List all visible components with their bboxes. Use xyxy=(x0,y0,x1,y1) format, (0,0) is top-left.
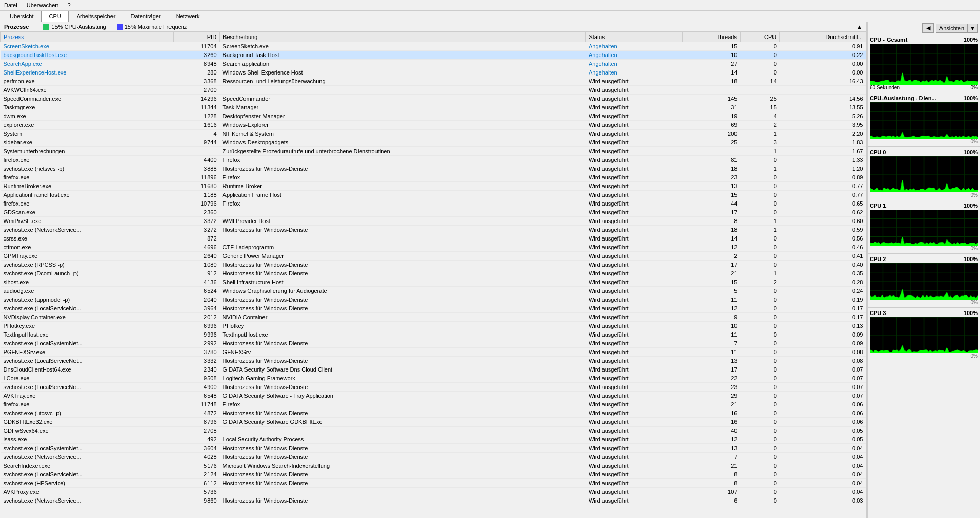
cpu0-percent: 100% xyxy=(964,149,978,155)
table-row[interactable]: SearchApp.exe 8948 Search application An… xyxy=(1,60,866,68)
table-row[interactable]: svchost.exe (appmodel -p) 2040 Hostproze… xyxy=(1,295,866,304)
tab-arbeitsspeicher[interactable]: Arbeitsspeicher xyxy=(69,11,123,22)
table-row[interactable]: AVKProxy.exe 5736 Wird ausgeführt 107 0 … xyxy=(1,488,866,496)
process-avg: 0.09 xyxy=(780,339,866,348)
table-row[interactable]: sihost.exe 4136 Shell Infrastructure Hos… xyxy=(1,278,866,287)
table-row[interactable]: NVDisplay.Container.exe 2012 NVIDIA Cont… xyxy=(1,313,866,322)
cpu0-section: CPU 0 100% 0% xyxy=(868,147,980,200)
table-row[interactable]: svchost.exe (LocalServiceNo... 3964 Host… xyxy=(1,304,866,313)
table-row[interactable]: Systemunterbrechungen - Zurückgestellte … xyxy=(1,147,866,156)
legend-bar: Prozesse 15% CPU-Auslastung 15% Maximale… xyxy=(0,22,866,32)
table-row[interactable]: ShellExperienceHost.exe 280 Windows Shel… xyxy=(1,68,866,77)
table-row[interactable]: ApplicationFrameHost.exe 1188 Applicatio… xyxy=(1,191,866,199)
table-row[interactable]: svchost.exe (NetworkService... 3272 Host… xyxy=(1,226,866,234)
process-status: Wird ausgeführt xyxy=(586,95,683,103)
table-row[interactable]: sidebar.exe 9744 Windows-Desktopgadgets … xyxy=(1,138,866,147)
process-desc: Hostprozess für Windows-Dienste xyxy=(220,479,586,488)
table-row[interactable]: svchost.exe (HPService) 6112 Hostprozess… xyxy=(1,479,866,488)
process-status: Wird ausgeführt xyxy=(586,112,683,121)
process-desc: Firefox xyxy=(220,156,586,164)
table-row[interactable]: audiodg.exe 6524 Windows Graphisolierung… xyxy=(1,287,866,295)
process-cpu: 14 xyxy=(740,77,779,86)
table-row[interactable]: svchost.exe (RPCSS -p) 1080 Hostprozess … xyxy=(1,261,866,269)
table-row[interactable]: dwm.exe 1228 Desktopfenster-Manager Wird… xyxy=(1,112,866,121)
process-cpu: 0 xyxy=(740,453,779,461)
table-row[interactable]: RuntimeBroker.exe 11680 Runtime Broker W… xyxy=(1,182,866,191)
table-row[interactable]: firefox.exe 4400 Firefox Wird ausgeführt… xyxy=(1,156,866,164)
menu-help[interactable]: ? xyxy=(65,1,72,9)
ansichten-dropdown-arrow[interactable]: ▼ xyxy=(967,24,977,32)
process-name: svchost.exe (LocalServiceNo... xyxy=(1,304,174,313)
table-row[interactable]: PGFNEXSrv.exe 3780 GFNEXSrv Wird ausgefü… xyxy=(1,348,866,357)
process-avg: 14.56 xyxy=(780,95,866,103)
col-pid[interactable]: PID xyxy=(174,32,220,42)
table-row[interactable]: svchost.exe (NetworkService... 4028 Host… xyxy=(1,453,866,461)
col-desc[interactable]: Beschreibung xyxy=(220,32,586,42)
nav-back-button[interactable]: ◀ xyxy=(922,23,934,33)
table-row[interactable]: svchost.exe (LocalServiceNet... 3332 Hos… xyxy=(1,357,866,365)
table-row[interactable]: ScreenSketch.exe 11704 ScreenSketch.exe … xyxy=(1,42,866,51)
table-row[interactable]: Taskmgr.exe 11344 Task-Manager Wird ausg… xyxy=(1,103,866,112)
tab-cpu[interactable]: CPU xyxy=(41,11,68,22)
process-desc: GFNEXSrv xyxy=(220,348,586,357)
menu-uberwachen[interactable]: Überwachen xyxy=(25,1,61,9)
collapse-button[interactable]: ▲ xyxy=(857,24,862,30)
table-row[interactable]: GPMTray.exe 2640 Generic Power Manager W… xyxy=(1,252,866,261)
process-name: dwm.exe xyxy=(1,112,174,121)
table-row[interactable]: firefox.exe 10796 Firefox Wird ausgeführ… xyxy=(1,199,866,208)
col-cpu[interactable]: CPU xyxy=(740,32,779,42)
table-row[interactable]: DnsCloudClientHost64.exe 2340 G DATA Sec… xyxy=(1,365,866,374)
process-avg: 0.60 xyxy=(780,217,866,226)
col-process[interactable]: Prozess xyxy=(1,32,174,42)
process-pid: 9996 xyxy=(174,330,220,339)
process-desc: Generic Power Manager xyxy=(220,252,586,261)
process-threads: 18 xyxy=(683,164,740,173)
cpu0-usage: 0% xyxy=(870,192,978,198)
table-row[interactable]: LCore.exe 9508 Logitech Gaming Framework… xyxy=(1,374,866,383)
table-row[interactable]: firefox.exe 11896 Firefox Wird ausgeführ… xyxy=(1,173,866,182)
table-row[interactable]: WmiPrvSE.exe 3372 WMI Provider Host Wird… xyxy=(1,217,866,226)
table-row[interactable]: PHotkey.exe 6996 PHotkey Wird ausgeführt… xyxy=(1,322,866,330)
process-avg: 0.77 xyxy=(780,191,866,199)
col-threads[interactable]: Threads xyxy=(683,32,740,42)
table-row[interactable]: svchost.exe (NetworkService... 9860 Host… xyxy=(1,496,866,505)
table-row[interactable]: svchost.exe (DcomLaunch -p) 912 Hostproz… xyxy=(1,269,866,278)
table-row[interactable]: GDScan.exe 2360 Wird ausgeführt 17 0 0.6… xyxy=(1,208,866,217)
table-row[interactable]: ctfmon.exe 4696 CTF-Ladeprogramm Wird au… xyxy=(1,243,866,252)
table-row[interactable]: svchost.exe (utcsvc -p) 4872 Hostprozess… xyxy=(1,409,866,418)
table-row[interactable]: svchost.exe (LocalSystemNet... 3604 Host… xyxy=(1,444,866,453)
freq-legend-color xyxy=(117,24,123,30)
process-name: SearchApp.exe xyxy=(1,60,174,68)
table-row[interactable]: SpeedCommander.exe 14296 SpeedCommander … xyxy=(1,95,866,103)
process-desc: Ressourcen- und Leistungsüberwachung xyxy=(220,77,586,86)
process-status: Wird ausgeführt xyxy=(586,435,683,444)
ansichten-button[interactable]: Ansichten ▼ xyxy=(936,24,978,33)
table-row[interactable]: firefox.exe 11748 Firefox Wird ausgeführ… xyxy=(1,400,866,409)
table-row[interactable]: backgroundTaskHost.exe 3260 Background T… xyxy=(1,51,866,60)
col-status[interactable]: Status xyxy=(586,32,683,42)
process-table-wrapper[interactable]: Prozess PID Beschreibung Status Threads … xyxy=(0,32,866,518)
menu-datei[interactable]: Datei xyxy=(2,1,20,9)
table-row[interactable]: AVKWCtln64.exe 2700 Wird ausgeführt xyxy=(1,86,866,95)
process-desc: Firefox xyxy=(220,400,586,409)
table-row[interactable]: svchost.exe (LocalServiceNo... 4900 Host… xyxy=(1,383,866,392)
table-row[interactable]: svchost.exe (LocalSystemNet... 2992 Host… xyxy=(1,339,866,348)
process-pid: 11748 xyxy=(174,400,220,409)
table-row[interactable]: lsass.exe 492 Local Security Authority P… xyxy=(1,435,866,444)
table-row[interactable]: System 4 NT Kernel & System Wird ausgefü… xyxy=(1,130,866,138)
tab-netzwerk[interactable]: Netzwerk xyxy=(168,11,208,22)
table-row[interactable]: SearchIndexer.exe 5176 Microsoft Windows… xyxy=(1,461,866,470)
table-row[interactable]: GDFwSvcx64.exe 2708 Wird ausgeführt 40 0… xyxy=(1,427,866,435)
table-row[interactable]: csrss.exe 872 Wird ausgeführt 14 0 0.56 xyxy=(1,234,866,243)
process-status: Wird ausgeführt xyxy=(586,313,683,322)
col-avg[interactable]: Durchschnittl... xyxy=(780,32,866,42)
table-row[interactable]: TextInputHost.exe 9996 TextInputHost.exe… xyxy=(1,330,866,339)
tab-ubersicht[interactable]: Übersicht xyxy=(2,11,41,22)
table-row[interactable]: AVKTray.exe 6548 G DATA Security Softwar… xyxy=(1,392,866,400)
table-row[interactable]: svchost.exe (LocalServiceNet... 2124 Hos… xyxy=(1,470,866,479)
tab-datentrager[interactable]: Datenträger xyxy=(123,11,168,22)
table-row[interactable]: explorer.exe 1616 Windows-Explorer Wird … xyxy=(1,121,866,130)
table-row[interactable]: svchost.exe (netsvcs -p) 3888 Hostprozes… xyxy=(1,164,866,173)
table-row[interactable]: GDKBFItExe32.exe 8796 G DATA Security So… xyxy=(1,418,866,427)
table-row[interactable]: perfmon.exe 3368 Ressourcen- und Leistun… xyxy=(1,77,866,86)
